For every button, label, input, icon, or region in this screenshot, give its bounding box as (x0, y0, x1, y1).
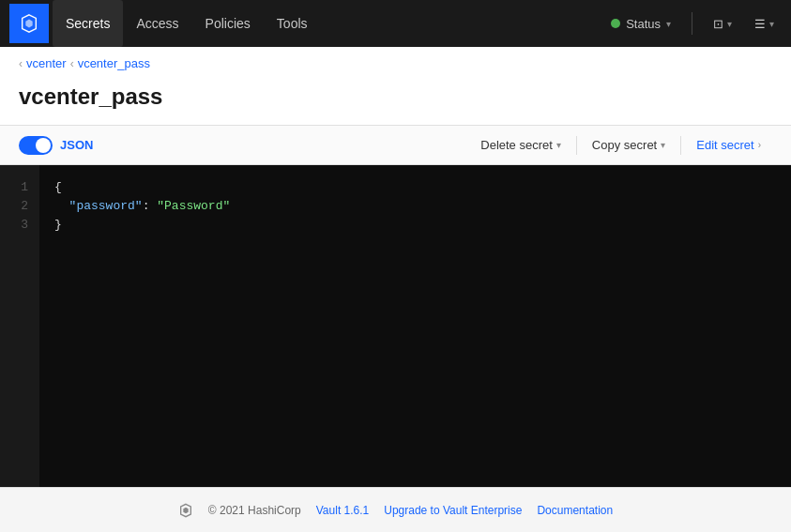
code-indent (54, 199, 69, 213)
upgrade-link[interactable]: Upgrade to Vault Enterprise (384, 504, 522, 517)
line-num-1: 1 (21, 178, 28, 197)
app-logo[interactable] (9, 4, 49, 43)
footer-copyright: © 2021 HashiCorp (208, 504, 301, 517)
breadcrumb-sep-left: ‹ (19, 57, 23, 70)
line-num-3: 3 (21, 216, 28, 235)
nav-secrets[interactable]: Secrets (53, 0, 123, 47)
json-value-password: "Password" (157, 199, 230, 213)
nav-right: Status ▾ ⊡ ▾ ☰ ▾ (603, 12, 782, 35)
nav-items: Secrets Access Policies Tools (53, 0, 603, 47)
toolbar: JSON Delete secret ▾ Copy secret ▾ Edit … (0, 125, 791, 165)
documentation-link[interactable]: Documentation (537, 504, 613, 517)
terminal-chevron: ▾ (727, 19, 732, 29)
delete-secret-chevron: ▾ (556, 140, 561, 150)
edit-secret-chevron: › (758, 140, 761, 150)
terminal-button[interactable]: ⊡ ▾ (706, 13, 739, 35)
toggle-wrap: JSON (19, 136, 93, 155)
toggle-label: JSON (60, 138, 93, 152)
code-line-3: } (54, 216, 776, 235)
toolbar-sep-2 (680, 136, 681, 155)
copy-secret-button[interactable]: Copy secret ▾ (581, 133, 677, 157)
json-toggle[interactable] (19, 136, 53, 155)
toolbar-sep-1 (576, 136, 577, 155)
copy-secret-chevron: ▾ (661, 140, 665, 150)
page-title-area: vcenter_pass (0, 80, 791, 125)
breadcrumb: ‹ vcenter ‹ vcenter_pass (0, 47, 791, 80)
status-label: Status (626, 17, 661, 31)
nav-access[interactable]: Access (123, 0, 191, 47)
open-brace: { (54, 180, 62, 194)
vault-version-link[interactable]: Vault 1.6.1 (316, 504, 369, 517)
json-key-password: "password" (69, 199, 143, 213)
user-button[interactable]: ☰ ▾ (747, 13, 782, 35)
delete-secret-button[interactable]: Delete secret ▾ (469, 133, 572, 157)
hashicorp-logo-icon (178, 503, 193, 518)
navbar: Secrets Access Policies Tools Status ▾ ⊡… (0, 0, 791, 47)
line-num-2: 2 (21, 197, 28, 216)
code-content: { "password": "Password" } (39, 165, 791, 487)
close-brace: } (54, 218, 62, 232)
nav-divider (692, 12, 692, 35)
page-title: vcenter_pass (19, 84, 772, 110)
edit-secret-button[interactable]: Edit secret › (685, 133, 772, 157)
breadcrumb-sep-right: ‹ (70, 57, 74, 70)
svg-marker-3 (183, 507, 188, 513)
code-line-1: { (54, 178, 776, 197)
breadcrumb-current[interactable]: vcenter_pass (78, 56, 150, 70)
main-content: ‹ vcenter ‹ vcenter_pass vcenter_pass JS… (0, 47, 791, 487)
code-line-2: "password": "Password" (54, 197, 776, 216)
json-colon: : (143, 199, 158, 213)
svg-marker-1 (25, 19, 32, 27)
delete-secret-label: Delete secret (480, 138, 553, 152)
line-numbers: 1 2 3 (0, 165, 39, 487)
nav-policies[interactable]: Policies (192, 0, 264, 47)
status-chevron: ▾ (666, 19, 671, 29)
status-indicator (611, 19, 620, 28)
nav-tools[interactable]: Tools (264, 0, 321, 47)
edit-secret-label: Edit secret (696, 138, 753, 152)
breadcrumb-parent[interactable]: vcenter (26, 56, 67, 70)
footer: © 2021 HashiCorp Vault 1.6.1 Upgrade to … (0, 487, 791, 532)
user-chevron: ▾ (769, 19, 774, 29)
copy-secret-label: Copy secret (592, 138, 657, 152)
user-icon: ☰ (754, 17, 766, 31)
status-button[interactable]: Status ▾ (603, 13, 678, 35)
code-area: 1 2 3 { "password": "Password" } (0, 165, 791, 487)
terminal-icon: ⊡ (713, 17, 723, 31)
footer-logo (178, 503, 193, 518)
